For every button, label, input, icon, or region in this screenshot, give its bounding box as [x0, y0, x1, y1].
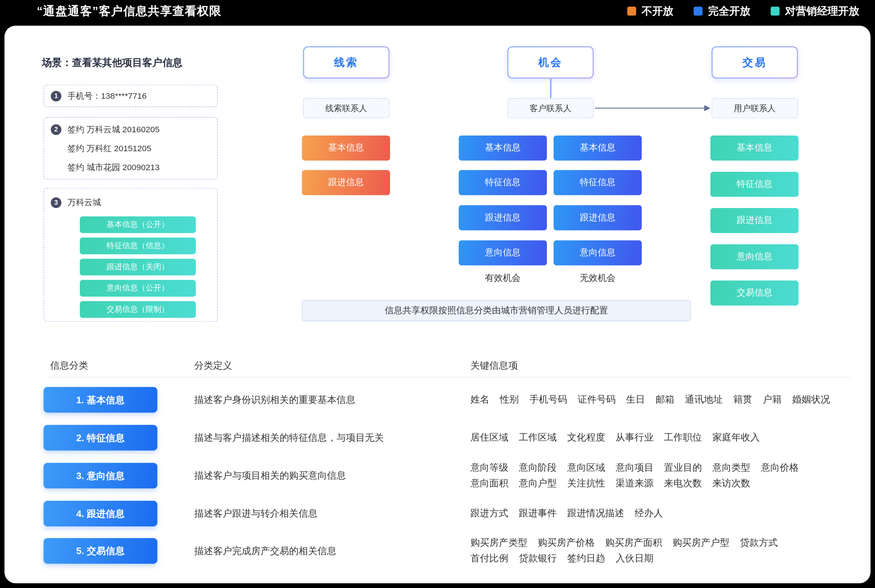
legend-item-full-open: 完全开放	[694, 4, 751, 19]
flow-header-label: 交易	[713, 47, 797, 78]
legend-label: 完全开放	[708, 4, 750, 19]
keys-cell: 居住区域 工作区域 文化程度 从事行业 工作职位 家庭年收入	[470, 430, 858, 446]
category-button: 2. 特征信息	[44, 425, 157, 450]
opportunity-contact-box: 客户联系人	[507, 98, 594, 118]
info-pill: 意向信息	[710, 244, 798, 269]
keys-line: 购买房产类型 购买房产价格 购买房产面积 购买房产户型 贷款方式	[470, 535, 858, 551]
info-pill: 基本信息	[302, 135, 390, 160]
keys-line: 意向面积 意向户型 关注抗性 渠道来源 来电次数 来访次数	[470, 476, 858, 492]
legend-label: 不开放	[642, 4, 674, 19]
legend-swatch-marketing-open-icon	[771, 6, 779, 15]
info-pill: 跟进信息	[459, 205, 547, 230]
page: “通盘通客”客户信息共享查看权限 不开放 完全开放 对营销经理开放 场景：查看某…	[0, 0, 875, 588]
step-number: 3	[51, 197, 61, 208]
category-button: 3. 意向信息	[44, 463, 157, 488]
scenario-step-3: 3 万科云城 基本信息（公开） 特征信息（信息） 跟进信息（关闭） 意向信息（公…	[44, 188, 218, 322]
definition-cell: 描述客户完成房产交易的相关信息	[194, 544, 462, 557]
flow-header-opportunity: 机会	[507, 46, 594, 79]
legend: 不开放 完全开放 对营销经理开放	[627, 4, 859, 19]
scenario-step-text: 签约 万科红 20151205	[51, 139, 217, 158]
scenario-step-text: 签约 城市花园 20090213	[51, 158, 217, 177]
permission-pill: 交易信息（限制）	[80, 301, 196, 318]
lead-contact-box: 线索联系人	[303, 98, 389, 118]
keys-line: 居住区域 工作区域 文化程度 从事行业 工作职位 家庭年收入	[470, 430, 858, 446]
info-pill: 跟进信息	[302, 170, 390, 195]
table-row: 2. 特征信息 描述与客户描述相关的特征信息，与项目无关 居住区域 工作区域 文…	[44, 425, 858, 450]
page-title: “通盘通客”客户信息共享查看权限	[37, 3, 222, 19]
table-header-definition: 分类定义	[194, 359, 232, 372]
table-row: 3. 意向信息 描述客户与项目相关的购买意向信息 意向等级 意向阶段 意向区域 …	[44, 463, 858, 488]
table-header-category: 信息分类	[50, 359, 88, 372]
definition-cell: 描述客户跟进与转介相关信息	[194, 507, 462, 520]
legend-swatch-closed-icon	[627, 6, 636, 15]
deal-contact-box: 用户联系人	[712, 98, 798, 118]
invalid-opportunity-label: 无效机会	[553, 273, 642, 284]
connector-line	[550, 79, 551, 98]
keys-cell: 姓名 性别 手机号码 证件号码 生日 邮箱 通讯地址 籍贯 户籍 婚姻状况	[470, 392, 858, 408]
category-button: 5. 交易信息	[44, 538, 157, 564]
table-divider	[49, 377, 851, 378]
scenario-step-1: 1 手机号：138****7716	[44, 85, 218, 107]
permission-pill: 特征信息（信息）	[80, 237, 196, 254]
flow-header-label: 线索	[304, 47, 388, 78]
info-pill: 意向信息	[459, 240, 547, 266]
main-card: 场景：查看某其他项目客户信息 1 手机号：138****7716 2 签约 万科…	[5, 26, 870, 583]
keys-line: 意向等级 意向阶段 意向区域 意向项目 置业目的 意向类型 意向价格	[470, 460, 858, 476]
category-button: 4. 跟进信息	[44, 501, 157, 526]
info-pill: 意向信息	[553, 240, 642, 266]
table-row: 1. 基本信息 描述客户身份识别相关的重要基本信息 姓名 性别 手机号码 证件号…	[44, 387, 858, 412]
keys-line: 跟进方式 跟进事件 跟进情况描述 经办人	[470, 506, 858, 521]
definition-cell: 描述客户身份识别相关的重要基本信息	[194, 393, 462, 406]
permission-pill: 基本信息（公开）	[80, 216, 196, 233]
info-pill: 基本信息	[459, 135, 547, 160]
keys-line: 首付比例 贷款银行 签约日趋 入伙日期	[470, 551, 858, 567]
category-button: 1. 基本信息	[44, 387, 157, 412]
scenario-step-text: 签约 万科云城 20160205	[68, 120, 160, 139]
permission-pill: 意向信息（公开）	[80, 280, 196, 297]
info-pill: 特征信息	[553, 170, 642, 195]
flow-header-label: 机会	[508, 47, 592, 78]
info-pill: 基本信息	[710, 135, 798, 160]
info-pill: 特征信息	[459, 170, 547, 195]
config-note: 信息共享权限按照信息分类由城市营销管理人员进行配置	[302, 300, 691, 321]
keys-cell: 购买房产类型 购买房产价格 购买房产面积 购买房产户型 贷款方式 首付比例 贷款…	[470, 535, 858, 567]
valid-opportunity-label: 有效机会	[459, 273, 547, 284]
keys-cell: 意向等级 意向阶段 意向区域 意向项目 置业目的 意向类型 意向价格 意向面积 …	[470, 460, 858, 492]
step-number: 2	[51, 124, 61, 135]
arrow-right-icon	[594, 103, 712, 113]
info-pill: 交易信息	[710, 280, 798, 306]
scenario-step-title: 万科云城	[68, 193, 101, 212]
definition-cell: 描述与客户描述相关的特征信息，与项目无关	[194, 431, 462, 444]
top-bar: “通盘通客”客户信息共享查看权限 不开放 完全开放 对营销经理开放	[0, 0, 875, 22]
legend-label: 对营销经理开放	[785, 4, 860, 19]
info-pill: 特征信息	[710, 172, 798, 197]
legend-item-marketing-open: 对营销经理开放	[771, 4, 859, 19]
flow-header-lead: 线索	[303, 46, 389, 79]
table-row: 5. 交易信息 描述客户完成房产交易的相关信息 购买房产类型 购买房产价格 购买…	[44, 538, 858, 564]
legend-item-closed: 不开放	[627, 4, 674, 19]
definition-cell: 描述客户与项目相关的购买意向信息	[194, 469, 462, 482]
step-number: 1	[51, 91, 61, 101]
info-pill: 跟进信息	[553, 205, 642, 230]
table-row: 4. 跟进信息 描述客户跟进与转介相关信息 跟进方式 跟进事件 跟进情况描述 经…	[44, 501, 858, 526]
keys-line: 姓名 性别 手机号码 证件号码 生日 邮箱 通讯地址 籍贯 户籍 婚姻状况	[470, 392, 858, 408]
legend-swatch-full-open-icon	[694, 6, 702, 15]
keys-cell: 跟进方式 跟进事件 跟进情况描述 经办人	[470, 506, 858, 521]
info-pill: 跟进信息	[710, 208, 798, 233]
info-pill: 基本信息	[553, 135, 642, 160]
permission-pill: 跟进信息（关闭）	[80, 259, 196, 275]
scenario-title: 场景：查看某其他项目客户信息	[42, 56, 183, 69]
scenario-step-text: 手机号：138****7716	[68, 91, 147, 101]
table-header-keys: 关键信息项	[470, 359, 518, 372]
scenario-step-2: 2 签约 万科云城 20160205 签约 万科红 20151205 签约 城市…	[44, 117, 218, 179]
flow-header-deal: 交易	[712, 46, 798, 79]
